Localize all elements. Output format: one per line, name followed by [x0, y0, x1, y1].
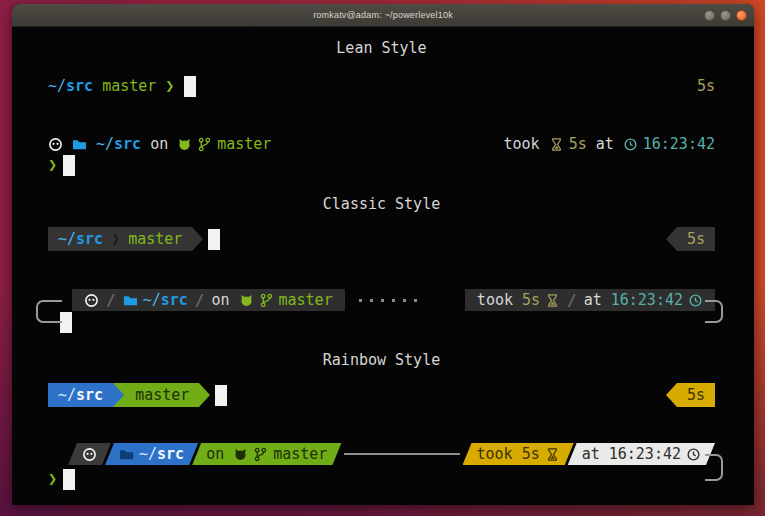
section-header-rainbow: Rainbow Style [48, 349, 715, 371]
current-dir: src [161, 291, 188, 309]
github-icon [239, 293, 254, 308]
hourglass-icon [545, 447, 560, 462]
left-status-bar: / ~/ src / on master [72, 289, 345, 311]
git-segment: on master [192, 443, 341, 465]
block-cursor [184, 76, 196, 97]
right-status-bar: took 5s / at 16:23:42 [465, 289, 715, 311]
on-word: on [150, 135, 168, 153]
gap-filler [345, 299, 465, 302]
git-branch-icon [197, 137, 212, 152]
classic-prompt-1: ~/ src ❯ master 5s [48, 227, 715, 251]
classic-prompt-2-line-2 [48, 310, 715, 334]
rainbow-prompt-2-line-2: ❯ [48, 467, 715, 491]
on-word: on [211, 291, 229, 309]
prompt-frame-right [705, 300, 723, 323]
prompt-char: ❯ [165, 77, 174, 95]
path-segment: ~/ src [48, 383, 113, 407]
minimize-button[interactable] [704, 10, 715, 21]
block-cursor [63, 155, 75, 176]
github-icon [177, 137, 192, 152]
clock-icon [688, 293, 703, 308]
prompt-char: ❯ [48, 156, 57, 174]
took-word: took [477, 445, 513, 463]
slash-separator: / [106, 291, 116, 310]
time: 16:23:42 [643, 135, 715, 153]
section-header-lean: Lean Style [48, 37, 715, 59]
git-branch: master [273, 445, 327, 463]
lean-prompt-2-line-2: ❯ [48, 154, 715, 176]
hourglass-icon [549, 137, 564, 152]
git-branch: master [128, 230, 182, 248]
thin-separator: ❯ [112, 230, 119, 248]
git-branch-icon [259, 293, 274, 308]
os-icon [48, 137, 63, 152]
prompt-char: ❯ [48, 470, 57, 488]
section-header-classic: Classic Style [48, 193, 715, 215]
rainbow-prompt-2-line-1: ~/ src on master took 5s at 16:23: [48, 443, 715, 465]
time: 16:23:42 [609, 445, 681, 463]
line-filler [344, 453, 459, 455]
window-title: romkatv@adam: ~/powerlevel10k [313, 10, 453, 20]
terminal-body[interactable]: Lean Style ~/ src master ❯ 5s ~/ src on … [12, 27, 754, 505]
rainbow-prompt-1: ~/ src master 5s [48, 383, 715, 407]
duration: 5s [522, 445, 540, 463]
duration: 5s [687, 230, 705, 248]
home-path: ~/ [58, 386, 76, 404]
section-title: Classic Style [323, 195, 440, 213]
home-path: ~/ [58, 230, 76, 248]
duration: 5s [569, 135, 587, 153]
titlebar[interactable]: romkatv@adam: ~/powerlevel10k [12, 4, 754, 27]
git-branch: master [102, 77, 156, 95]
home-path: ~/ [143, 291, 161, 309]
current-dir: src [157, 445, 184, 463]
desktop-background: romkatv@adam: ~/powerlevel10k Lean Style… [0, 0, 765, 516]
current-dir: src [114, 135, 141, 153]
duration: 5s [522, 291, 540, 309]
section-title: Rainbow Style [323, 351, 440, 369]
terminal-window: romkatv@adam: ~/powerlevel10k Lean Style… [12, 4, 754, 505]
git-branch: master [217, 135, 271, 153]
duration-segment: 5s [677, 227, 715, 251]
gap-filler [341, 453, 462, 455]
home-path: ~/ [48, 77, 66, 95]
took-word: took [477, 291, 513, 309]
path-segment: ~/ src [105, 443, 198, 465]
maximize-button[interactable] [720, 10, 731, 21]
at-word: at [596, 135, 614, 153]
lean-prompt-1: ~/ src master ❯ 5s [48, 75, 715, 97]
block-cursor [215, 385, 227, 406]
git-branch: master [279, 291, 333, 309]
folder-icon [72, 137, 87, 152]
prompt-frame-left [36, 300, 62, 323]
clock-icon [686, 447, 701, 462]
hourglass-icon [545, 293, 560, 308]
duration: 5s [687, 386, 705, 404]
prompt-frame-right [705, 454, 723, 481]
home-path: ~/ [96, 135, 114, 153]
os-icon [82, 447, 97, 462]
slash-separator: / [567, 291, 577, 310]
git-branch: master [135, 386, 189, 404]
os-icon [84, 293, 99, 308]
took-word: took [504, 135, 540, 153]
current-dir: src [66, 77, 93, 95]
duration-segment: 5s [677, 383, 715, 407]
current-dir: src [76, 230, 103, 248]
dotted-filler [359, 299, 425, 302]
block-cursor [208, 229, 220, 250]
window-buttons [704, 4, 747, 26]
os-segment [68, 443, 111, 465]
folder-icon [119, 447, 134, 462]
folder-icon [123, 293, 138, 308]
block-cursor [63, 469, 75, 490]
slash-separator: / [195, 291, 205, 310]
at-word: at [582, 445, 600, 463]
classic-prompt-2-line-1: / ~/ src / on master took 5s / at [48, 289, 715, 311]
duration-segment: took 5s [463, 443, 574, 465]
home-path: ~/ [139, 445, 157, 463]
current-dir: src [76, 386, 103, 404]
on-word: on [206, 445, 224, 463]
section-title: Lean Style [336, 39, 426, 57]
close-button[interactable] [736, 10, 747, 21]
github-icon [233, 447, 248, 462]
